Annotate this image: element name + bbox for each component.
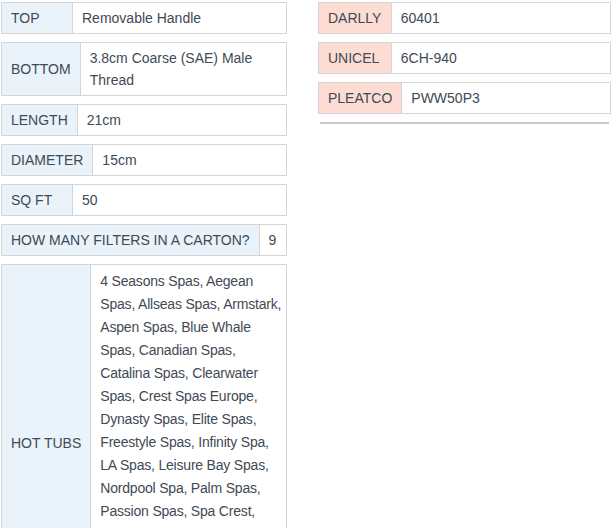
- spec-value: 60401: [392, 3, 610, 33]
- spec-label: HOT TUBS: [2, 265, 91, 528]
- spec-label: HOW MANY FILTERS IN A CARTON?: [2, 225, 260, 255]
- spec-label: LENGTH: [2, 105, 78, 135]
- product-spec-page: TOP Removable Handle BOTTOM 3.8cm Coarse…: [0, 0, 614, 528]
- spec-value: PWW50P3: [402, 83, 610, 113]
- spec-label: SQ FT: [2, 185, 73, 215]
- spec-value: Removable Handle: [73, 3, 286, 33]
- spec-label: DARLLY: [319, 3, 392, 33]
- spec-row-sq-ft: SQ FT 50: [1, 184, 287, 216]
- spec-value: 6CH-940: [392, 43, 610, 73]
- spec-label: DIAMETER: [2, 145, 93, 175]
- spec-label: UNICEL: [319, 43, 392, 73]
- spec-value: 15cm: [93, 145, 286, 175]
- spec-row-darlly: DARLLY 60401: [318, 2, 611, 34]
- spec-table-left: TOP Removable Handle BOTTOM 3.8cm Coarse…: [1, 2, 287, 528]
- spec-row-unicel: UNICEL 6CH-940: [318, 42, 611, 74]
- spec-label: BOTTOM: [2, 43, 81, 95]
- spec-row-bottom: BOTTOM 3.8cm Coarse (SAE) Male Thread: [1, 42, 287, 96]
- spec-row-how-many-filters-in-a-carton: HOW MANY FILTERS IN A CARTON? 9: [1, 224, 287, 256]
- spec-label: TOP: [2, 3, 73, 33]
- spec-table-right: DARLLY 60401 UNICEL 6CH-940 PLEATCO PWW5…: [318, 2, 611, 124]
- spec-row-pleatco: PLEATCO PWW50P3: [318, 82, 611, 114]
- spec-label: PLEATCO: [319, 83, 402, 113]
- spec-row-length: LENGTH 21cm: [1, 104, 287, 136]
- divider-line: [320, 122, 609, 124]
- spec-table-right-rows: DARLLY 60401 UNICEL 6CH-940 PLEATCO PWW5…: [318, 2, 611, 114]
- spec-value: 21cm: [78, 105, 286, 135]
- spec-row-hot-tubs: HOT TUBS 4 Seasons Spas, Aegean Spas, Al…: [1, 264, 287, 528]
- spec-row-top: TOP Removable Handle: [1, 2, 287, 34]
- spec-value: 9: [260, 225, 286, 255]
- spec-value: 50: [73, 185, 286, 215]
- spec-value: 3.8cm Coarse (SAE) Male Thread: [81, 43, 286, 95]
- spec-value: 4 Seasons Spas, Aegean Spas, Allseas Spa…: [91, 265, 286, 528]
- spec-row-diameter: DIAMETER 15cm: [1, 144, 287, 176]
